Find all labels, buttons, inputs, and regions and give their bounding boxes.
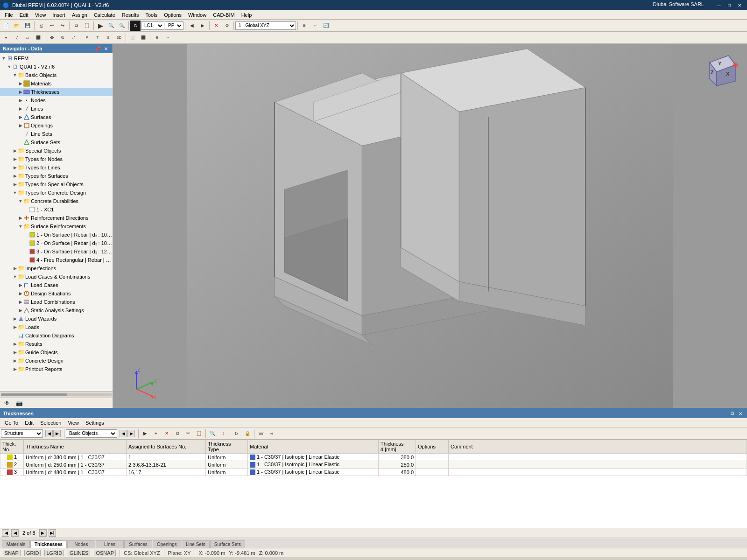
panel-menu-view[interactable]: View	[65, 419, 82, 427]
tb2-rotate[interactable]: ↻	[57, 33, 68, 43]
tb-undo[interactable]: ↩	[47, 21, 57, 31]
tb2-volume[interactable]: ⬛	[33, 33, 43, 43]
expander-load-cases[interactable]: ▶	[18, 282, 23, 288]
menu-options[interactable]: Options	[161, 11, 184, 19]
tb-redo[interactable]: ↪	[57, 21, 68, 31]
tb-prev[interactable]: ◀	[187, 21, 197, 31]
tree-item-static-analysis[interactable]: ▶ Static Analysis Settings	[0, 306, 113, 315]
menu-view[interactable]: View	[32, 11, 49, 19]
tb2-node[interactable]: ●	[1, 33, 11, 43]
expander-reinf-2[interactable]	[23, 240, 29, 246]
table-last-button[interactable]: ▶|	[49, 529, 56, 537]
expander-guide-objects[interactable]: ▶	[12, 350, 18, 355]
expander-reinf-4[interactable]	[23, 257, 29, 263]
tree-item-basic-objects[interactable]: ▼ 📁 Basic Objects	[0, 71, 113, 79]
tb-render[interactable]: G	[130, 21, 141, 31]
expander-types-nodes[interactable]: ▶	[12, 156, 18, 162]
tree-item-thicknesses[interactable]: ▶ Thicknesses	[0, 88, 113, 96]
table-first-button[interactable]: |◀	[2, 529, 9, 537]
nav-eye-button[interactable]: 👁	[2, 398, 12, 408]
expander-surfaces[interactable]: ▶	[18, 114, 23, 120]
panel-tb-add[interactable]: +	[151, 428, 161, 439]
tb2-move[interactable]: ✥	[47, 33, 57, 43]
tree-item-load-wizards[interactable]: ▶ Load Wizards	[0, 315, 113, 323]
nav-scrollbar[interactable]	[0, 391, 113, 398]
tb2-wireframe[interactable]: ⬜	[127, 33, 138, 43]
tb-save[interactable]: 💾	[22, 21, 33, 31]
expander-special-objects[interactable]: ▶	[12, 148, 18, 154]
tb2-view-top[interactable]: T	[92, 33, 103, 43]
tree-item-load-cases-comb[interactable]: ▼ 📁 Load Cases & Combinations	[0, 273, 113, 281]
expander-imperfections[interactable]: ▶	[12, 266, 18, 271]
tb-extra3[interactable]: 🔄	[321, 21, 331, 31]
tb-zoom-in[interactable]: 🔍	[106, 21, 116, 31]
tree-item-types-surfaces[interactable]: ▶ 📁 Types for Surfaces	[0, 172, 113, 180]
tab-surface-sets[interactable]: Surface Sets	[210, 540, 245, 548]
navigator-header-buttons[interactable]: 📌 ✕	[94, 45, 110, 52]
expander-load-cases-comb[interactable]: ▼	[12, 274, 18, 280]
menu-window[interactable]: Window	[185, 11, 209, 19]
tb-zoom-out[interactable]: 🔍	[117, 21, 127, 31]
tree-item-quai1[interactable]: ▼ 🗋 QUAI 1 - V2.rf6	[0, 63, 113, 71]
expander-loads[interactable]: ▶	[12, 324, 18, 330]
panel-nav-buttons[interactable]: ◀ ▶	[43, 430, 63, 437]
tree-item-design-situations[interactable]: ▶ Design Situations	[0, 289, 113, 298]
tab-materials[interactable]: Materials	[2, 540, 30, 548]
viewport[interactable]: Z X Y Y Z X	[113, 44, 747, 408]
expander-types-lines[interactable]: ▶	[12, 165, 18, 170]
expander-nodes[interactable]: ▶	[18, 98, 23, 103]
panel-tb-units[interactable]: mm	[256, 428, 266, 439]
status-lgrid[interactable]: LGRID	[44, 550, 64, 556]
panel-menu-edit[interactable]: Edit	[22, 419, 36, 427]
expander-results[interactable]: ▶	[12, 341, 18, 347]
panel-tb-select[interactable]: ▶	[140, 428, 150, 439]
tb-delete[interactable]: ✕	[211, 21, 221, 31]
tab-nodes[interactable]: Nodes	[67, 540, 95, 548]
tb-xyz-select[interactable]: 1 - Global XYZ	[235, 21, 296, 30]
tb-settings[interactable]: ⚙	[222, 21, 232, 31]
nav-cam-button[interactable]: 📷	[14, 398, 24, 408]
tree-item-reinf-4[interactable]: 4 - Free Rectangular | Rebar | d₅ :	[0, 256, 113, 264]
tb2-surface[interactable]: ▭	[22, 33, 33, 43]
tb2-measure[interactable]: ↔	[162, 33, 173, 43]
panel-menu-goto[interactable]: Go To	[2, 419, 21, 427]
tb-extra1[interactable]: ≡	[299, 21, 310, 31]
tree-item-guide-objects[interactable]: ▶ 📁 Guide Objects	[0, 348, 113, 357]
panel-tb-cut[interactable]: ✂	[183, 428, 193, 439]
expander-concrete-durabilities[interactable]: ▼	[18, 198, 23, 204]
expander-printout-reports[interactable]: ▶	[12, 366, 18, 372]
panel-nav-buttons-2[interactable]: ◀ ▶	[118, 430, 137, 437]
panel-tb-lock[interactable]: 🔒	[242, 428, 253, 439]
tree-item-load-cases[interactable]: ▶ Load Cases	[0, 281, 113, 289]
menu-insert[interactable]: Insert	[49, 11, 68, 19]
tb2-view-3d[interactable]: 3D	[114, 33, 124, 43]
tb-select[interactable]: ▶	[95, 21, 106, 31]
expander-types-concrete[interactable]: ▼	[12, 190, 18, 196]
tb-next[interactable]: ▶	[197, 21, 208, 31]
expander-design-situations[interactable]: ▶	[18, 291, 23, 296]
menu-help[interactable]: Help	[239, 11, 255, 19]
table-row[interactable]: 1 Uniform | d: 380.0 mm | 1 - C30/37 1 U…	[0, 454, 747, 461]
tb-copy[interactable]: ⧉	[71, 21, 81, 31]
tb2-line[interactable]: ╱	[12, 33, 22, 43]
basic-objects-combo[interactable]: Basic Objects	[66, 429, 117, 438]
expander-openings[interactable]: ▶	[18, 123, 23, 128]
panel-tb-export[interactable]: ⇒	[267, 428, 277, 439]
expander-reinforcement-directions[interactable]: ▶	[18, 215, 23, 221]
expander-load-combinations[interactable]: ▶	[18, 299, 23, 305]
close-button[interactable]: ✕	[735, 1, 744, 9]
expander-materials[interactable]: ▶	[18, 81, 23, 86]
tree-item-reinf-2[interactable]: 2 - On Surface | Rebar | d₅ : 10.0 m	[0, 239, 113, 247]
navigator-close-button[interactable]: ✕	[102, 45, 110, 52]
table-row[interactable]: 2 Uniform | d: 250.0 mm | 1 - C30/37 2,3…	[0, 461, 747, 469]
expander-xc1[interactable]	[23, 207, 29, 212]
tree-item-surfacesets[interactable]: Surface Sets	[0, 138, 113, 147]
panel-tb-paste[interactable]: 📋	[194, 428, 204, 439]
table-row[interactable]: 3 Uniform | d: 480.0 mm | 1 - C30/37 16,…	[0, 469, 747, 476]
expander-types-special[interactable]: ▶	[12, 182, 18, 187]
menu-calculate[interactable]: Calculate	[91, 11, 118, 19]
tab-line-sets[interactable]: Line Sets	[182, 540, 210, 548]
tree-item-reinforcement-directions[interactable]: ▶ Reinforcement Directions	[0, 214, 113, 222]
panel-tb-delete[interactable]: ✕	[162, 428, 172, 439]
panel-tb-formula[interactable]: fx	[232, 428, 242, 439]
